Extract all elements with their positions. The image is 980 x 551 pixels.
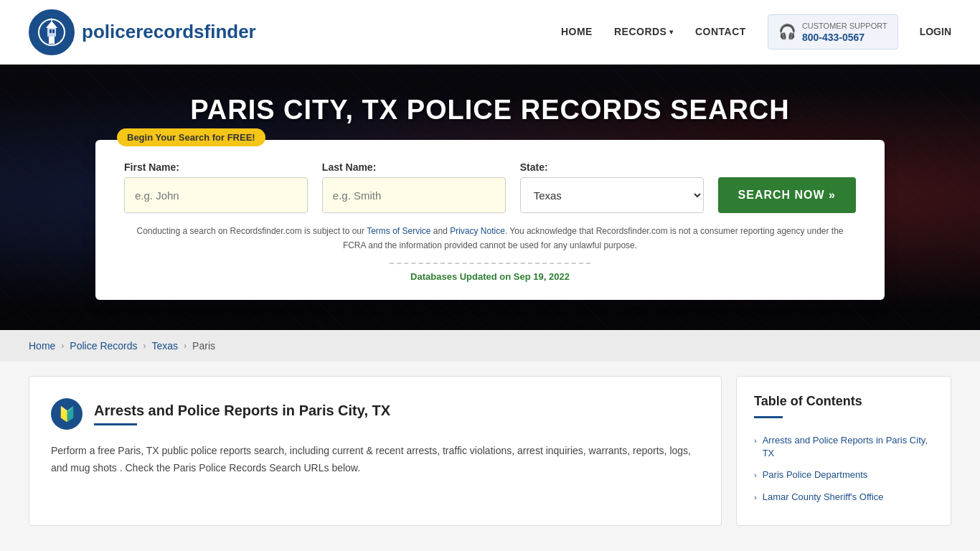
breadcrumb: Home › Police Records › Texas › Paris xyxy=(0,330,980,362)
last-name-input[interactable] xyxy=(322,177,506,213)
site-header: policerecordsfinder HOME RECORDS ▾ CONTA… xyxy=(0,0,980,65)
toc-item[interactable]: ›Paris Police Departments xyxy=(754,464,933,486)
logo-icon xyxy=(29,9,75,55)
breadcrumb-sep-2: › xyxy=(143,341,146,351)
svg-rect-1 xyxy=(49,37,55,44)
main-nav: HOME RECORDS ▾ CONTACT 🎧 CUSTOMER SUPPOR… xyxy=(561,14,951,49)
toc-title: Table of Contents xyxy=(754,394,933,409)
state-label: State: xyxy=(520,161,704,173)
nav-contact[interactable]: CONTACT xyxy=(695,26,746,37)
svg-rect-5 xyxy=(52,29,55,33)
chevron-right-icon: › xyxy=(754,470,757,481)
search-card: Begin Your Search for FREE! First Name: … xyxy=(95,140,885,299)
chevron-right-icon: › xyxy=(754,492,757,503)
svg-rect-4 xyxy=(50,29,52,33)
phone-icon: 🎧 xyxy=(778,23,796,40)
search-button[interactable]: SEARCH NOW » xyxy=(718,177,856,213)
page-title: PARIS CITY, TX POLICE RECORDS SEARCH xyxy=(176,95,804,126)
state-select[interactable]: AlabamaAlaskaArizonaArkansasCaliforniaCo… xyxy=(520,177,704,213)
breadcrumb-sep-3: › xyxy=(184,341,187,351)
customer-support-box[interactable]: 🎧 CUSTOMER SUPPORT 800-433-0567 xyxy=(768,14,898,49)
hero-section: PARIS CITY, TX POLICE RECORDS SEARCH Beg… xyxy=(0,65,980,330)
breadcrumb-texas[interactable]: Texas xyxy=(152,340,179,352)
first-name-label: First Name: xyxy=(124,161,308,173)
logo-text: policerecordsfinder xyxy=(82,21,256,43)
state-group: State: AlabamaAlaskaArizonaArkansasCalif… xyxy=(520,161,704,213)
privacy-link[interactable]: Privacy Notice xyxy=(450,226,505,236)
breadcrumb-paris: Paris xyxy=(192,340,215,352)
breadcrumb-police-records[interactable]: Police Records xyxy=(70,340,137,352)
toc-list: ›Arrests and Police Reports in Paris Cit… xyxy=(754,430,933,508)
toc-divider xyxy=(754,416,783,418)
last-name-group: Last Name: xyxy=(322,161,506,213)
article-section: 🔰 Arrests and Police Reports in Paris Ci… xyxy=(29,376,722,526)
first-name-input[interactable] xyxy=(124,177,308,213)
breadcrumb-home[interactable]: Home xyxy=(29,340,55,352)
logo[interactable]: policerecordsfinder xyxy=(29,9,256,55)
title-underline xyxy=(94,423,137,425)
article-title-block: Arrests and Police Reports in Paris City… xyxy=(94,402,390,425)
chevron-right-icon: › xyxy=(754,435,757,446)
first-name-group: First Name: xyxy=(124,161,308,213)
tos-link[interactable]: Terms of Service xyxy=(367,226,430,236)
svg-point-7 xyxy=(51,18,53,20)
shield-icon: 🔰 xyxy=(58,405,76,423)
last-name-label: Last Name: xyxy=(322,161,506,173)
toc-section: Table of Contents ›Arrests and Police Re… xyxy=(736,376,951,526)
toc-item[interactable]: ›Lamar County Sheriff's Office xyxy=(754,486,933,508)
support-info: CUSTOMER SUPPORT 800-433-0567 xyxy=(802,21,887,42)
search-form: First Name: Last Name: State: AlabamaAla… xyxy=(124,161,856,213)
nav-records[interactable]: RECORDS ▾ xyxy=(614,26,674,37)
main-content: 🔰 Arrests and Police Reports in Paris Ci… xyxy=(0,362,980,540)
breadcrumb-sep-1: › xyxy=(61,341,64,351)
badge-icon: 🔰 xyxy=(51,398,83,430)
disclaimer-text: Conducting a search on Recordsfinder.com… xyxy=(124,225,856,252)
nav-home[interactable]: HOME xyxy=(561,26,593,37)
chevron-down-icon: ▾ xyxy=(669,28,674,36)
toc-item[interactable]: ›Arrests and Police Reports in Paris Cit… xyxy=(754,430,933,464)
article-header: 🔰 Arrests and Police Reports in Paris Ci… xyxy=(51,398,699,430)
free-badge[interactable]: Begin Your Search for FREE! xyxy=(117,128,265,146)
nav-login[interactable]: LOGIN xyxy=(920,26,951,37)
article-body: Perform a free Paris, TX public police r… xyxy=(51,443,699,477)
db-updated: Databases Updated on Sep 19, 2022 xyxy=(124,271,856,282)
divider xyxy=(390,263,590,264)
article-title: Arrests and Police Reports in Paris City… xyxy=(94,402,390,419)
